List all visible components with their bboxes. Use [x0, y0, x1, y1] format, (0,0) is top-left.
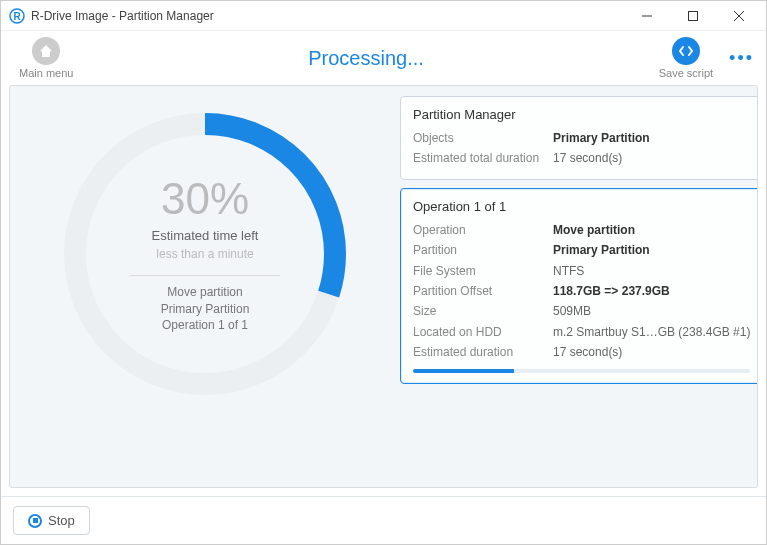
app-icon: R	[9, 8, 25, 24]
kv-row: Estimated duration17 second(s)	[413, 342, 750, 362]
kv-key: Objects	[413, 128, 553, 148]
kv-key: Size	[413, 301, 553, 321]
save-script-label: Save script	[659, 67, 713, 79]
kv-value: NTFS	[553, 261, 750, 281]
kv-row: Estimated total duration17 second(s)	[413, 148, 750, 168]
main-menu-label: Main menu	[19, 67, 73, 79]
kv-row: Located on HDDm.2 Smartbuy S1…GB (238.4G…	[413, 322, 750, 342]
kv-key: Operation	[413, 220, 553, 240]
kv-row: File SystemNTFS	[413, 261, 750, 281]
kv-row: Partition Offset118.7GB => 237.9GB	[413, 281, 750, 301]
main-menu-button[interactable]: Main menu	[13, 35, 79, 81]
kv-key: File System	[413, 261, 553, 281]
stop-icon	[28, 514, 42, 528]
minimize-button[interactable]	[624, 1, 670, 31]
operation-box: Operation 1 of 1 OperationMove partition…	[400, 188, 758, 384]
kv-value: 509MB	[553, 301, 750, 321]
window-controls	[624, 1, 762, 31]
estimated-time-label: Estimated time left	[152, 228, 259, 243]
code-icon	[672, 37, 700, 65]
kv-key: Estimated duration	[413, 342, 553, 362]
save-script-button[interactable]: Save script	[653, 35, 719, 81]
stop-button[interactable]: Stop	[13, 506, 90, 535]
toolbar: Main menu Processing... Save script •••	[1, 31, 766, 85]
kv-key: Estimated total duration	[413, 148, 553, 168]
op-line: Operation 1 of 1	[161, 317, 250, 334]
window-titlebar: R R-Drive Image - Partition Manager	[1, 1, 766, 31]
progress-panel: 30% Estimated time left less than a minu…	[20, 96, 390, 477]
close-button[interactable]	[716, 1, 762, 31]
kv-value: 17 second(s)	[553, 342, 750, 362]
op-line: Primary Partition	[161, 301, 250, 318]
kv-key: Partition	[413, 240, 553, 260]
kv-value: Move partition	[553, 220, 750, 240]
current-operation-summary: Move partition Primary Partition Operati…	[161, 284, 250, 334]
footer: Stop	[1, 496, 766, 544]
estimated-time-value: less than a minute	[156, 247, 253, 261]
divider	[130, 275, 280, 276]
details-panel: Partition Manager ObjectsPrimary Partiti…	[400, 96, 758, 477]
kv-row: PartitionPrimary Partition	[413, 240, 750, 260]
summary-title: Partition Manager	[413, 107, 750, 122]
more-menu-button[interactable]: •••	[729, 48, 754, 69]
kv-key: Partition Offset	[413, 281, 553, 301]
maximize-button[interactable]	[670, 1, 716, 31]
svg-text:R: R	[13, 11, 21, 22]
kv-value: m.2 Smartbuy S1…GB (238.4GB #1)	[553, 322, 750, 342]
kv-row: ObjectsPrimary Partition	[413, 128, 750, 148]
progress-donut: 30% Estimated time left less than a minu…	[55, 104, 355, 404]
stop-label: Stop	[48, 513, 75, 528]
kv-key: Located on HDD	[413, 322, 553, 342]
operation-progress-bar	[413, 369, 750, 373]
kv-value: Primary Partition	[553, 128, 750, 148]
kv-value: 118.7GB => 237.9GB	[553, 281, 750, 301]
kv-row: OperationMove partition	[413, 220, 750, 240]
operation-title: Operation 1 of 1	[413, 199, 750, 214]
kv-value: 17 second(s)	[553, 148, 750, 168]
kv-value: Primary Partition	[553, 240, 750, 260]
page-title: Processing...	[79, 47, 652, 70]
window-title: R-Drive Image - Partition Manager	[31, 9, 624, 23]
home-icon	[32, 37, 60, 65]
content-area: 30% Estimated time left less than a minu…	[9, 85, 758, 488]
progress-percent: 30%	[161, 174, 249, 224]
kv-row: Size509MB	[413, 301, 750, 321]
op-line: Move partition	[161, 284, 250, 301]
svg-rect-3	[689, 11, 698, 20]
summary-box: Partition Manager ObjectsPrimary Partiti…	[400, 96, 758, 180]
